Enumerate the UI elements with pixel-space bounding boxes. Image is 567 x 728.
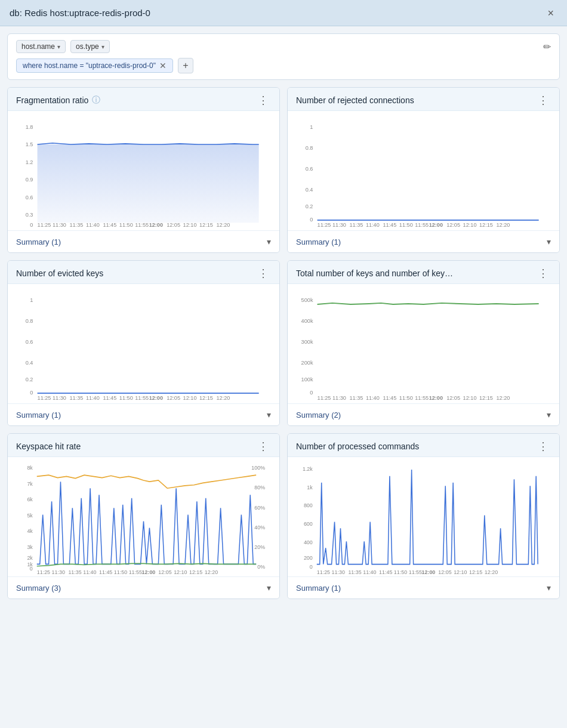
svg-text:11:50: 11:50 [394, 569, 407, 574]
chevron-down-icon: ▾ [267, 410, 271, 419]
svg-text:0.6: 0.6 [26, 338, 33, 344]
chart-title: Number of rejected connections [296, 95, 414, 105]
svg-text:0.8: 0.8 [26, 317, 33, 323]
summary-label: Summary (1) [296, 237, 341, 246]
svg-text:11:40: 11:40 [366, 394, 380, 400]
chevron-down-icon: ▾ [547, 583, 551, 593]
svg-text:11:35: 11:35 [349, 394, 363, 400]
svg-text:20%: 20% [254, 544, 265, 551]
svg-text:1.8: 1.8 [26, 123, 33, 129]
svg-text:0.8: 0.8 [306, 144, 313, 150]
svg-text:0.4: 0.4 [306, 186, 313, 192]
os-type-filter-chip[interactable]: os.type ▾ [70, 40, 110, 53]
add-filter-button[interactable]: + [178, 58, 193, 73]
window-titlebar: db: Redis host:uptrace-redis-prod-0 × [0, 0, 567, 26]
info-icon[interactable]: ⓘ [92, 95, 100, 106]
chevron-down-icon: ▾ [267, 583, 271, 593]
processed-commands-card: Number of processed commands ⋮ 1.2k 1k 8… [287, 433, 560, 599]
svg-text:12:15: 12:15 [189, 569, 202, 574]
svg-text:12:15: 12:15 [469, 569, 482, 574]
window-title: db: Redis host:uptrace-redis-prod-0 [10, 8, 150, 18]
svg-text:11:45: 11:45 [103, 394, 116, 400]
svg-text:12:05: 12:05 [167, 394, 180, 400]
svg-text:11:50: 11:50 [399, 221, 413, 227]
summary-toggle[interactable]: Summary (1) ▾ [288, 576, 559, 599]
summary-toggle[interactable]: Summary (1) ▾ [8, 403, 279, 425]
svg-text:12:00: 12:00 [429, 221, 443, 227]
chevron-down-icon: ▾ [267, 237, 271, 246]
svg-text:0.4: 0.4 [26, 359, 33, 365]
filter-bar: host.name ▾ os.type ▾ ✏ where host.name … [7, 33, 560, 80]
more-options-button[interactable]: ⋮ [255, 441, 271, 452]
chart-header: Fragmentation ratio ⓘ ⋮ [8, 88, 279, 111]
more-options-button[interactable]: ⋮ [535, 441, 551, 452]
svg-text:11:40: 11:40 [363, 569, 376, 574]
svg-text:0.6: 0.6 [26, 194, 33, 200]
svg-text:12:00: 12:00 [142, 569, 156, 574]
svg-text:12:10: 12:10 [174, 569, 187, 574]
chart-area: 1 0.8 0.6 0.4 0.2 0 11:25 11:30 11:35 11… [8, 284, 279, 403]
svg-text:1k: 1k [307, 483, 313, 491]
where-filter-tag: where host.name = "uptrace-redis-prod-0"… [16, 58, 173, 73]
summary-label: Summary (2) [296, 411, 341, 419]
more-options-button[interactable]: ⋮ [255, 268, 271, 279]
keyspace-hit-rate-card: Keyspace hit rate ⋮ 8k 7k 6k 5k 4k 3k 2k… [7, 433, 280, 599]
chevron-down-icon: ▾ [57, 44, 60, 50]
edit-button[interactable]: ✏ [543, 41, 551, 53]
summary-toggle[interactable]: Summary (1) ▾ [288, 230, 559, 252]
chart-title: Keyspace hit rate [16, 442, 81, 451]
svg-text:0.2: 0.2 [306, 203, 313, 209]
svg-text:0: 0 [30, 389, 33, 396]
svg-text:3k: 3k [27, 544, 33, 551]
svg-text:200k: 200k [301, 359, 313, 365]
svg-text:12:00: 12:00 [149, 394, 163, 400]
svg-text:400k: 400k [301, 317, 313, 323]
svg-text:500k: 500k [301, 296, 313, 303]
more-options-button[interactable]: ⋮ [535, 95, 551, 106]
svg-text:2k: 2k [27, 554, 33, 561]
keyspace-chart: 8k 7k 6k 5k 4k 3k 2k 1k 0 100% 80% 60% 4… [16, 462, 271, 574]
svg-text:12:15: 12:15 [199, 394, 213, 400]
svg-text:11:45: 11:45 [383, 394, 396, 400]
svg-text:12:05: 12:05 [446, 221, 460, 227]
close-button[interactable]: × [544, 7, 557, 20]
svg-text:11:30: 11:30 [332, 569, 345, 574]
rejected-connections-card: Number of rejected connections ⋮ 1 0.8 0… [287, 87, 560, 253]
summary-toggle[interactable]: Summary (1) ▾ [8, 230, 279, 252]
svg-text:12:20: 12:20 [217, 394, 230, 400]
svg-text:11:45: 11:45 [379, 569, 392, 574]
chart-title: Number of processed commands [296, 442, 419, 451]
svg-text:11:50: 11:50 [114, 569, 127, 574]
host-name-filter-chip[interactable]: host.name ▾ [16, 40, 66, 53]
svg-text:12:20: 12:20 [497, 394, 510, 400]
svg-text:11:30: 11:30 [52, 569, 65, 574]
svg-text:12:20: 12:20 [217, 221, 230, 227]
svg-text:0.3: 0.3 [26, 211, 33, 218]
svg-text:0.9: 0.9 [26, 176, 33, 183]
svg-text:0%: 0% [257, 563, 265, 570]
more-options-button[interactable]: ⋮ [535, 268, 551, 279]
svg-text:0: 0 [310, 389, 313, 396]
svg-text:11:40: 11:40 [83, 569, 96, 574]
summary-toggle[interactable]: Summary (3) ▾ [8, 576, 279, 599]
svg-text:12:10: 12:10 [183, 221, 197, 227]
more-options-button[interactable]: ⋮ [255, 95, 271, 106]
remove-filter-button[interactable]: ✕ [159, 61, 167, 70]
svg-text:11:25: 11:25 [318, 394, 331, 400]
svg-text:11:55: 11:55 [409, 569, 422, 574]
chart-header: Keyspace hit rate ⋮ [8, 434, 279, 457]
svg-text:0.6: 0.6 [306, 165, 313, 171]
svg-text:800: 800 [304, 502, 313, 509]
svg-text:1: 1 [30, 296, 33, 303]
svg-text:12:00: 12:00 [429, 394, 443, 400]
svg-text:0: 0 [310, 563, 313, 570]
svg-text:11:35: 11:35 [349, 221, 363, 227]
summary-toggle[interactable]: Summary (2) ▾ [288, 403, 559, 425]
svg-text:4k: 4k [27, 528, 33, 535]
svg-text:11:45: 11:45 [103, 221, 116, 227]
chart-title: Fragmentation ratio ⓘ [16, 95, 100, 106]
chart-area: 8k 7k 6k 5k 4k 3k 2k 1k 0 100% 80% 60% 4… [8, 457, 279, 576]
svg-text:1.2: 1.2 [26, 158, 33, 165]
fragmentation-chart: 1.8 1.5 1.2 0.9 0.6 0.3 0 11:25 [16, 117, 271, 228]
svg-text:11:55: 11:55 [135, 221, 149, 227]
